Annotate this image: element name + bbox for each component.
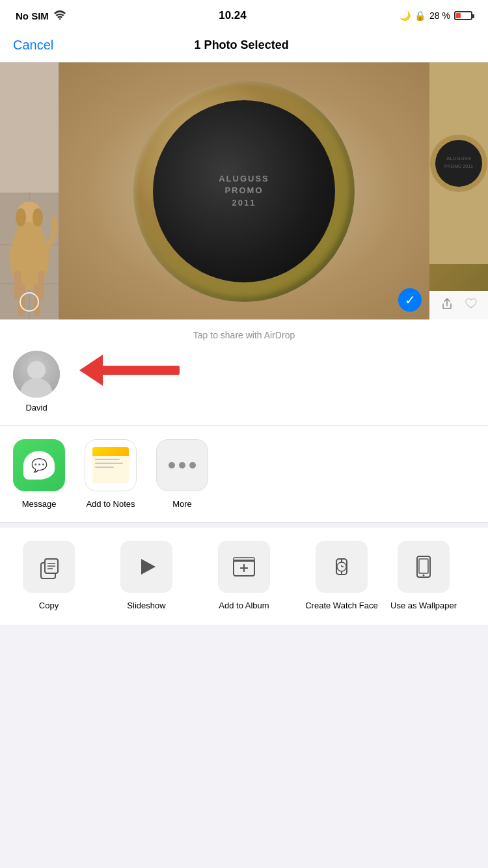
photo-thumb-left[interactable] (0, 62, 59, 319)
wallpaper-icon-wrap (398, 541, 450, 593)
album-icon (231, 554, 257, 580)
svg-marker-26 (141, 559, 156, 575)
svg-point-18 (435, 140, 482, 187)
photo-strip: ALUGUSSPROMO2011 ✓ ALUGUSS PROMO 2011 (0, 62, 488, 319)
action-item-copy[interactable]: Copy (0, 541, 98, 612)
album-action-label: Add to Album (219, 601, 269, 612)
slideshow-action-label: Slideshow (127, 601, 165, 612)
album-icon-wrap (218, 541, 270, 593)
photo-right-panel: ALUGUSS PROMO 2011 (429, 62, 488, 319)
battery-fill (456, 13, 461, 18)
dot-3 (189, 462, 196, 468)
notes-visual (92, 447, 129, 483)
heart-icon[interactable] (465, 297, 478, 314)
svg-text:PROMO 2011: PROMO 2011 (444, 164, 473, 169)
arrow-shaft (102, 366, 180, 375)
status-battery-area: 🌙 🔒 28 % (400, 10, 472, 21)
slideshow-icon-wrap (120, 541, 172, 593)
wallpaper-action-label: Use as Wallpaper (390, 601, 457, 612)
notes-app-icon (85, 439, 137, 491)
svg-rect-38 (419, 559, 428, 573)
carrier-label: No SIM (16, 10, 49, 21)
more-dots (169, 462, 196, 468)
svg-rect-14 (14, 271, 21, 300)
app-item-notes[interactable]: Add to Notes (85, 439, 137, 509)
more-app-label: More (172, 499, 192, 509)
action-item-add-to-album[interactable]: Add to Album (195, 541, 293, 612)
bubble-icon: 💬 (31, 457, 47, 473)
cancel-button[interactable]: Cancel (13, 38, 53, 53)
message-bubble: 💬 (23, 451, 55, 480)
message-app-icon: 💬 (13, 439, 65, 491)
notes-app-label: Add to Notes (86, 499, 135, 509)
apps-section: 💬 Message Add to Notes (0, 426, 488, 522)
nav-bar: Cancel 1 Photo Selected (0, 29, 488, 62)
status-time: 10.24 (219, 9, 247, 22)
red-arrow-indicator (79, 327, 180, 413)
copy-icon (36, 554, 62, 580)
photo-right-icons (429, 291, 488, 319)
page-title: 1 Photo Selected (195, 38, 289, 52)
contact-name-david: David (25, 403, 47, 413)
message-app-label: Message (22, 499, 57, 509)
copy-action-label: Copy (39, 601, 59, 612)
avatar-head (27, 361, 46, 379)
app-item-message[interactable]: 💬 Message (13, 439, 65, 509)
svg-rect-15 (38, 271, 44, 300)
status-bar: No SIM 10.24 🌙 🔒 28 % (0, 0, 488, 29)
wallpaper-icon (411, 554, 437, 580)
watch-face-action-label: Create Watch Face (305, 601, 378, 612)
apps-row: 💬 Message Add to Notes (0, 439, 488, 509)
photo-main-selected[interactable]: ALUGUSSPROMO2011 ✓ (59, 62, 429, 319)
svg-point-11 (33, 208, 43, 226)
watch-face-icon (329, 554, 355, 580)
svg-text:ALUGUSS: ALUGUSS (446, 156, 471, 161)
battery-icon (454, 11, 472, 20)
more-app-icon (156, 439, 208, 491)
copy-icon-wrap (23, 541, 75, 593)
checkmark-icon: ✓ (405, 292, 416, 308)
action-item-create-watch-face[interactable]: Create Watch Face (293, 541, 390, 612)
contact-avatar-david (13, 351, 60, 398)
notes-line (95, 463, 123, 464)
lock-icon: 🔒 (414, 10, 426, 21)
airdrop-section: Tap to share with AirDrop David (0, 319, 488, 426)
photo-thumb-right[interactable]: ALUGUSS PROMO 2011 (429, 62, 488, 291)
app-item-more[interactable]: More (156, 439, 208, 509)
action-item-wallpaper[interactable]: Use as Wallpaper (390, 541, 457, 612)
notes-line (95, 467, 114, 468)
svg-point-39 (423, 575, 425, 576)
contact-item-david[interactable]: David (13, 351, 60, 413)
dot-1 (169, 462, 175, 468)
selected-badge: ✓ (398, 288, 422, 312)
airdrop-contacts: David (0, 351, 488, 426)
selection-circle-left (20, 292, 39, 312)
svg-point-10 (16, 208, 26, 226)
dot-2 (179, 462, 185, 468)
notes-line (95, 459, 120, 460)
svg-rect-6 (0, 62, 59, 193)
notes-lines (92, 456, 129, 470)
notes-header (92, 447, 129, 456)
svg-point-0 (59, 18, 61, 20)
watch-icon-wrap (316, 541, 368, 593)
coin-inner: ALUGUSSPROMO2011 (153, 100, 335, 282)
status-carrier-wifi: No SIM (16, 10, 66, 21)
wifi-icon (54, 10, 66, 21)
coin-background: ALUGUSSPROMO2011 (59, 62, 429, 319)
arrow-head (79, 355, 103, 386)
airdrop-label: Tap to share with AirDrop (0, 330, 488, 340)
avatar-body (20, 378, 53, 398)
coin-outer: ALUGUSSPROMO2011 (133, 81, 355, 302)
coin-text: ALUGUSSPROMO2011 (219, 173, 269, 209)
battery-percent: 28 % (429, 10, 450, 21)
moon-icon: 🌙 (400, 10, 411, 21)
share-icon[interactable] (441, 297, 454, 314)
slideshow-icon (133, 554, 159, 580)
action-item-slideshow[interactable]: Slideshow (98, 541, 195, 612)
actions-section: Copy Slideshow Add to Album (0, 528, 488, 625)
avatar-person (13, 351, 60, 398)
dog-photo (0, 62, 59, 319)
